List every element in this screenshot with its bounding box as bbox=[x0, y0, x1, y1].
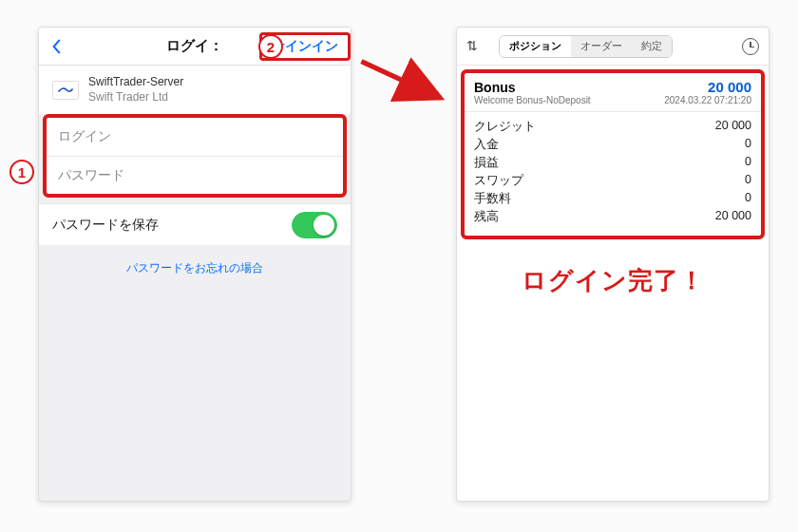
credentials-block: ログイン パスワード bbox=[43, 114, 347, 198]
row-commission: 手数料0 bbox=[474, 190, 751, 208]
password-input[interactable]: パスワード bbox=[47, 156, 343, 194]
account-timestamp: 2024.03.22 07:21:20 bbox=[664, 95, 751, 105]
forgot-password-link[interactable]: パスワードをお忘れの場合 bbox=[39, 245, 351, 292]
login-screen: ログイ： サインイン SwiftTrader-Server Swift Trad… bbox=[38, 27, 352, 502]
history-clock-icon[interactable] bbox=[742, 38, 759, 55]
save-password-toggle[interactable] bbox=[292, 212, 337, 238]
tab-orders[interactable]: オーダー bbox=[571, 36, 632, 57]
tab-positions[interactable]: ポジション bbox=[500, 36, 571, 57]
sort-icon[interactable]: ⇅ bbox=[466, 38, 484, 55]
account-name: Bonus bbox=[474, 80, 516, 95]
row-swap: スワップ0 bbox=[474, 172, 751, 190]
account-summary: Bonus 20 000 Welcome Bonus-NoDeposit 202… bbox=[461, 69, 765, 239]
arrow-icon bbox=[352, 53, 456, 110]
row-pl: 損益0 bbox=[474, 154, 751, 172]
server-company: Swift Trader Ltd bbox=[88, 90, 183, 105]
back-chevron-icon[interactable] bbox=[39, 28, 73, 65]
account-screen: ⇅ ポジション オーダー 約定 Bonus 20 000 Welcome Bon… bbox=[456, 27, 770, 502]
row-deposit: 入金0 bbox=[474, 136, 751, 154]
save-password-label: パスワードを保存 bbox=[52, 217, 159, 234]
row-credit: クレジット20 000 bbox=[474, 118, 751, 136]
step-1-badge: 1 bbox=[10, 160, 34, 184]
account-balance: 20 000 bbox=[708, 79, 751, 95]
login-input[interactable]: ログイン bbox=[47, 118, 343, 156]
login-complete-message: ログイン完了！ bbox=[457, 264, 769, 297]
server-name: SwiftTrader-Server bbox=[88, 75, 183, 90]
step-2-badge: 2 bbox=[258, 34, 283, 59]
account-header: ⇅ ポジション オーダー 約定 bbox=[457, 28, 769, 66]
login-header: ログイ： サインイン bbox=[39, 28, 351, 66]
server-row[interactable]: SwiftTrader-Server Swift Trader Ltd bbox=[39, 66, 351, 114]
account-desc: Welcome Bonus-NoDeposit bbox=[474, 95, 591, 105]
save-password-row: パスワードを保存 bbox=[39, 203, 351, 245]
server-logo-icon bbox=[52, 81, 79, 100]
divider bbox=[465, 111, 761, 112]
row-equity: 残高20 000 bbox=[474, 208, 751, 226]
segment-control[interactable]: ポジション オーダー 約定 bbox=[499, 35, 673, 58]
tab-deals[interactable]: 約定 bbox=[632, 36, 672, 57]
